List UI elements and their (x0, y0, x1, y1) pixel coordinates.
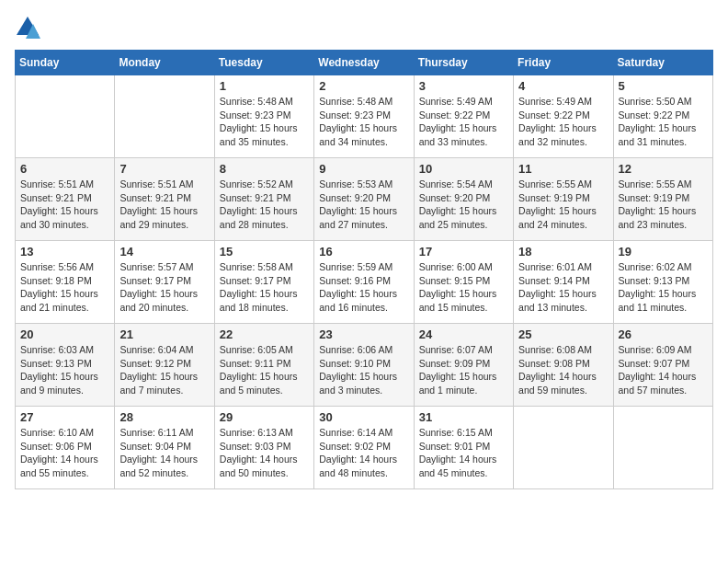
calendar-cell: 23Sunrise: 6:06 AM Sunset: 9:10 PM Dayli… (314, 324, 414, 407)
calendar-cell: 2Sunrise: 5:48 AM Sunset: 9:23 PM Daylig… (314, 75, 414, 158)
week-row-2: 6Sunrise: 5:51 AM Sunset: 9:21 PM Daylig… (16, 158, 713, 241)
day-number: 3 (419, 79, 508, 93)
day-number: 23 (319, 327, 408, 341)
calendar-cell: 9Sunrise: 5:53 AM Sunset: 9:20 PM Daylig… (314, 158, 414, 241)
day-number: 17 (419, 245, 508, 259)
calendar-cell: 5Sunrise: 5:50 AM Sunset: 9:22 PM Daylig… (613, 75, 712, 158)
header-cell-monday: Monday (115, 51, 214, 75)
calendar-cell: 20Sunrise: 6:03 AM Sunset: 9:13 PM Dayli… (16, 324, 115, 407)
calendar-cell: 17Sunrise: 6:00 AM Sunset: 9:15 PM Dayli… (414, 241, 513, 324)
page-header (15, 15, 713, 40)
cell-text: Sunrise: 6:15 AM Sunset: 9:01 PM Dayligh… (419, 426, 508, 480)
day-number: 11 (518, 162, 608, 176)
calendar-cell (115, 75, 214, 158)
header-cell-thursday: Thursday (414, 51, 513, 75)
cell-text: Sunrise: 5:59 AM Sunset: 9:16 PM Dayligh… (319, 260, 408, 315)
day-number: 4 (518, 79, 608, 93)
calendar-cell: 31Sunrise: 6:15 AM Sunset: 9:01 PM Dayli… (414, 407, 513, 489)
calendar-cell: 26Sunrise: 6:09 AM Sunset: 9:07 PM Dayli… (613, 324, 712, 407)
calendar-cell: 25Sunrise: 6:08 AM Sunset: 9:08 PM Dayli… (514, 324, 613, 407)
cell-text: Sunrise: 6:01 AM Sunset: 9:14 PM Dayligh… (518, 260, 608, 315)
day-number: 16 (319, 245, 408, 259)
day-number: 1 (220, 79, 309, 93)
cell-text: Sunrise: 6:13 AM Sunset: 9:03 PM Dayligh… (220, 426, 309, 480)
cell-text: Sunrise: 5:56 AM Sunset: 9:18 PM Dayligh… (20, 260, 109, 315)
cell-text: Sunrise: 6:05 AM Sunset: 9:11 PM Dayligh… (220, 343, 309, 397)
day-number: 22 (220, 327, 309, 341)
day-number: 15 (220, 245, 309, 259)
cell-text: Sunrise: 6:09 AM Sunset: 9:07 PM Dayligh… (619, 343, 708, 397)
calendar-cell: 18Sunrise: 6:01 AM Sunset: 9:14 PM Dayli… (514, 241, 613, 324)
cell-text: Sunrise: 5:51 AM Sunset: 9:21 PM Dayligh… (119, 178, 209, 232)
cell-text: Sunrise: 6:02 AM Sunset: 9:13 PM Dayligh… (619, 260, 708, 315)
header-cell-friday: Friday (514, 51, 613, 75)
calendar-cell: 16Sunrise: 5:59 AM Sunset: 9:16 PM Dayli… (314, 241, 414, 324)
day-number: 24 (419, 327, 508, 341)
cell-text: Sunrise: 5:49 AM Sunset: 9:22 PM Dayligh… (419, 95, 508, 149)
calendar-cell: 4Sunrise: 5:49 AM Sunset: 9:22 PM Daylig… (514, 75, 613, 158)
calendar-cell: 7Sunrise: 5:51 AM Sunset: 9:21 PM Daylig… (115, 158, 214, 241)
calendar-cell: 10Sunrise: 5:54 AM Sunset: 9:20 PM Dayli… (414, 158, 513, 241)
cell-text: Sunrise: 6:10 AM Sunset: 9:06 PM Dayligh… (20, 426, 109, 480)
calendar-cell (514, 407, 613, 489)
cell-text: Sunrise: 5:55 AM Sunset: 9:19 PM Dayligh… (619, 178, 708, 232)
day-number: 10 (419, 162, 508, 176)
calendar-cell: 13Sunrise: 5:56 AM Sunset: 9:18 PM Dayli… (16, 241, 115, 324)
calendar-cell: 22Sunrise: 6:05 AM Sunset: 9:11 PM Dayli… (214, 324, 313, 407)
cell-text: Sunrise: 6:06 AM Sunset: 9:10 PM Dayligh… (319, 343, 408, 397)
cell-text: Sunrise: 5:50 AM Sunset: 9:22 PM Dayligh… (619, 95, 708, 149)
cell-text: Sunrise: 5:54 AM Sunset: 9:20 PM Dayligh… (419, 178, 508, 232)
cell-text: Sunrise: 5:51 AM Sunset: 9:21 PM Dayligh… (20, 178, 109, 232)
header-cell-wednesday: Wednesday (314, 51, 414, 75)
day-number: 14 (119, 245, 209, 259)
day-number: 31 (419, 410, 508, 424)
calendar-cell: 8Sunrise: 5:52 AM Sunset: 9:21 PM Daylig… (214, 158, 313, 241)
header-cell-saturday: Saturday (613, 51, 712, 75)
day-number: 13 (20, 245, 109, 259)
day-number: 27 (20, 410, 109, 424)
cell-text: Sunrise: 6:08 AM Sunset: 9:08 PM Dayligh… (518, 343, 608, 397)
cell-text: Sunrise: 6:07 AM Sunset: 9:09 PM Dayligh… (419, 343, 508, 397)
day-number: 18 (518, 245, 608, 259)
day-number: 19 (619, 245, 708, 259)
calendar-cell: 3Sunrise: 5:49 AM Sunset: 9:22 PM Daylig… (414, 75, 513, 158)
calendar-cell: 27Sunrise: 6:10 AM Sunset: 9:06 PM Dayli… (16, 407, 115, 489)
calendar-cell: 19Sunrise: 6:02 AM Sunset: 9:13 PM Dayli… (613, 241, 712, 324)
week-row-1: 1Sunrise: 5:48 AM Sunset: 9:23 PM Daylig… (16, 75, 713, 158)
day-number: 25 (518, 327, 608, 341)
calendar-cell: 21Sunrise: 6:04 AM Sunset: 9:12 PM Dayli… (115, 324, 214, 407)
calendar-cell (16, 75, 115, 158)
cell-text: Sunrise: 5:53 AM Sunset: 9:20 PM Dayligh… (319, 178, 408, 232)
calendar-body: 1Sunrise: 5:48 AM Sunset: 9:23 PM Daylig… (16, 75, 713, 489)
cell-text: Sunrise: 6:03 AM Sunset: 9:13 PM Dayligh… (20, 343, 109, 397)
header-cell-sunday: Sunday (16, 51, 115, 75)
day-number: 20 (20, 327, 109, 341)
cell-text: Sunrise: 5:57 AM Sunset: 9:17 PM Dayligh… (119, 260, 209, 315)
calendar-cell (613, 407, 712, 489)
cell-text: Sunrise: 5:49 AM Sunset: 9:22 PM Dayligh… (518, 95, 608, 149)
day-number: 28 (119, 410, 209, 424)
cell-text: Sunrise: 5:52 AM Sunset: 9:21 PM Dayligh… (220, 178, 309, 232)
calendar-cell: 29Sunrise: 6:13 AM Sunset: 9:03 PM Dayli… (214, 407, 313, 489)
cell-text: Sunrise: 6:11 AM Sunset: 9:04 PM Dayligh… (119, 426, 209, 480)
cell-text: Sunrise: 6:14 AM Sunset: 9:02 PM Dayligh… (319, 426, 408, 480)
calendar-cell: 30Sunrise: 6:14 AM Sunset: 9:02 PM Dayli… (314, 407, 414, 489)
day-number: 5 (619, 79, 708, 93)
calendar-table: SundayMondayTuesdayWednesdayThursdayFrid… (15, 50, 713, 489)
cell-text: Sunrise: 5:55 AM Sunset: 9:19 PM Dayligh… (518, 178, 608, 232)
calendar-cell: 11Sunrise: 5:55 AM Sunset: 9:19 PM Dayli… (514, 158, 613, 241)
cell-text: Sunrise: 6:00 AM Sunset: 9:15 PM Dayligh… (419, 260, 508, 315)
calendar-cell: 28Sunrise: 6:11 AM Sunset: 9:04 PM Dayli… (115, 407, 214, 489)
header-row: SundayMondayTuesdayWednesdayThursdayFrid… (16, 51, 713, 75)
calendar-cell: 24Sunrise: 6:07 AM Sunset: 9:09 PM Dayli… (414, 324, 513, 407)
logo-icon (15, 15, 40, 40)
day-number: 12 (619, 162, 708, 176)
cell-text: Sunrise: 6:04 AM Sunset: 9:12 PM Dayligh… (119, 343, 209, 397)
calendar-cell: 14Sunrise: 5:57 AM Sunset: 9:17 PM Dayli… (115, 241, 214, 324)
header-cell-tuesday: Tuesday (214, 51, 313, 75)
day-number: 30 (319, 410, 408, 424)
day-number: 6 (20, 162, 109, 176)
week-row-3: 13Sunrise: 5:56 AM Sunset: 9:18 PM Dayli… (16, 241, 713, 324)
cell-text: Sunrise: 5:58 AM Sunset: 9:17 PM Dayligh… (220, 260, 309, 315)
calendar-header: SundayMondayTuesdayWednesdayThursdayFrid… (16, 51, 713, 75)
